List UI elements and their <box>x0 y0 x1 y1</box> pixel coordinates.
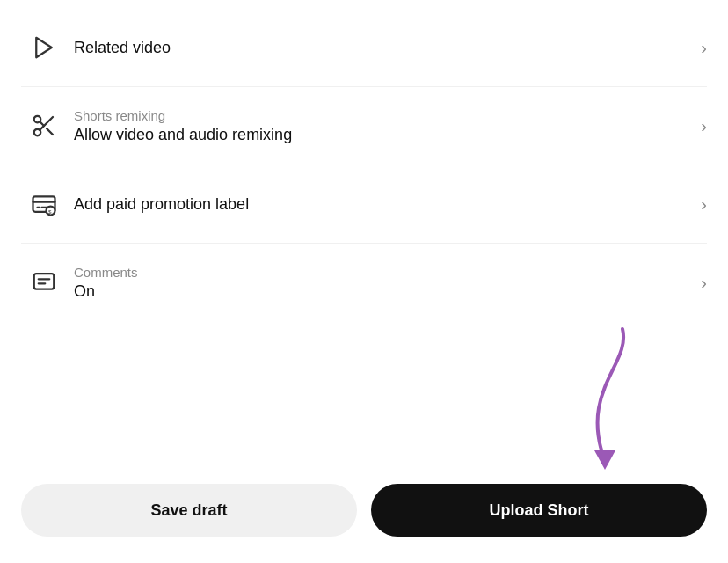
paid-promotion-item[interactable]: $ Add paid promotion label › <box>21 165 707 244</box>
comments-icon <box>21 260 67 305</box>
paid-promotion-content: Add paid promotion label <box>67 195 694 214</box>
comments-primary-label: On <box>74 282 694 301</box>
shorts-remixing-primary-label: Allow video and audio remixing <box>74 126 694 144</box>
paid-promotion-label: Add paid promotion label <box>74 195 249 213</box>
remix-icon <box>21 103 67 149</box>
svg-line-3 <box>40 121 44 126</box>
related-video-item[interactable]: Related video › <box>21 9 707 87</box>
comments-item[interactable]: Comments On › <box>21 244 707 321</box>
bottom-bar: Save draft Upload Short <box>0 470 728 563</box>
menu-list: Related video › Shorts remixing Allow vi… <box>0 0 728 470</box>
comments-secondary-label: Comments <box>74 265 694 280</box>
chevron-right-icon: › <box>701 38 707 58</box>
related-video-content: Related video <box>67 39 694 57</box>
shorts-remixing-item[interactable]: Shorts remixing Allow video and audio re… <box>21 87 707 165</box>
paid-promotion-icon: $ <box>21 181 67 227</box>
related-video-label: Related video <box>74 39 171 56</box>
play-icon <box>21 25 67 70</box>
chevron-right-icon: › <box>701 116 707 136</box>
chevron-right-icon: › <box>701 194 707 215</box>
comments-content: Comments On <box>67 265 694 301</box>
svg-text:$: $ <box>48 208 52 215</box>
shorts-remixing-content: Shorts remixing Allow video and audio re… <box>67 108 694 144</box>
chevron-right-icon: › <box>701 273 707 293</box>
shorts-remixing-secondary-label: Shorts remixing <box>74 108 694 123</box>
upload-short-button[interactable]: Upload Short <box>371 484 707 537</box>
svg-line-2 <box>47 128 53 135</box>
save-draft-button[interactable]: Save draft <box>21 484 357 537</box>
svg-marker-0 <box>36 38 52 58</box>
svg-rect-7 <box>34 274 55 289</box>
